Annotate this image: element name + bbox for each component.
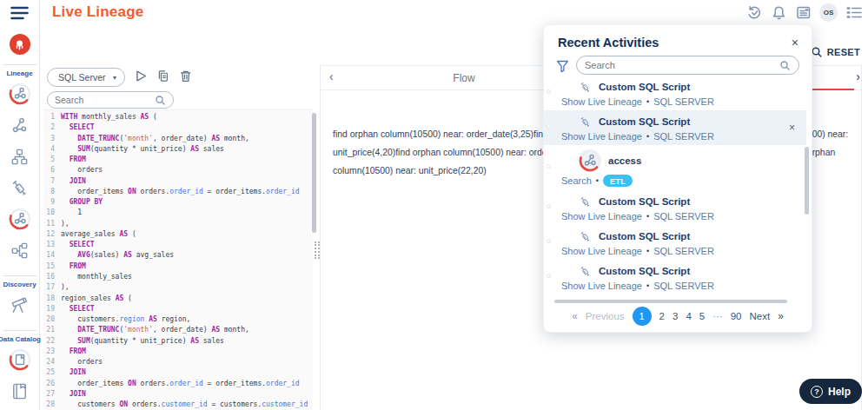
timeline-dot-icon	[547, 274, 551, 278]
activity-title: Custom SQL Script	[599, 82, 690, 92]
activity-subtitle-part: SQL SERVER	[653, 281, 714, 291]
copy-script-icon	[156, 69, 170, 86]
etl-badge: ETL	[603, 175, 633, 187]
line-number: 27	[43, 389, 61, 400]
code-text: SELECT	[61, 122, 95, 133]
activity-item-header: Custom SQL Script	[579, 264, 794, 278]
line-number: 2	[43, 122, 61, 133]
activity-subtitle-part: SQL SERVER	[653, 96, 714, 107]
sql-script-icon[interactable]	[9, 176, 31, 199]
user-avatar[interactable]: OS	[819, 3, 838, 22]
line-number: 5	[43, 155, 61, 165]
pagination-page-3[interactable]: 3	[673, 311, 678, 321]
activity-subtitle-part: Show Live Lineage	[561, 246, 642, 256]
activity-item[interactable]: Custom SQL ScriptShow Live Lineage•SQL S…	[544, 76, 806, 110]
activity-title: access	[608, 155, 641, 166]
impact-analysis-icon[interactable]	[9, 208, 31, 230]
page-title: Live Lineage	[52, 3, 143, 21]
code-text: AVG(sales) AS avg_sales	[61, 250, 174, 261]
activity-log-icon[interactable]	[845, 4, 863, 21]
release-notes-icon[interactable]	[795, 4, 812, 21]
activity-item[interactable]: Custom SQL ScriptShow Live Lineage•SQL S…	[544, 110, 806, 145]
code-text: monthly_sales	[61, 272, 132, 282]
separator-dot-icon: •	[646, 132, 649, 141]
delete-icon	[178, 69, 193, 86]
line-number: 22	[43, 336, 61, 347]
pagination-next-arrow-icon[interactable]: »	[778, 310, 784, 322]
pagination-previous-button[interactable]: Previous	[586, 311, 625, 321]
line-number: 26	[43, 379, 61, 389]
activity-item-header: Custom SQL Script	[579, 229, 794, 243]
line-number: 24	[43, 357, 61, 367]
delete-button[interactable]	[178, 69, 193, 86]
pagination-next-button[interactable]: Next	[750, 311, 771, 321]
code-line: 10 1	[43, 208, 313, 218]
pagination-page-5[interactable]: 5	[699, 311, 705, 321]
pagination-page-1[interactable]: 1	[633, 307, 652, 326]
code-text: order_items ON orders.order_id = order_i…	[61, 379, 300, 389]
activity-item-header: Custom SQL Script	[579, 195, 794, 208]
activity-subtitle-part: SQL SERVER	[653, 131, 714, 142]
run-button[interactable]	[133, 69, 148, 86]
popup-search-input[interactable]	[585, 60, 779, 70]
lineage-explorer-icon[interactable]	[9, 83, 31, 105]
code-line: 11),	[43, 219, 313, 229]
hierarchy-icon[interactable]	[9, 145, 31, 168]
activity-item[interactable]: Custom SQL ScriptShow Live Lineage•SQL S…	[544, 190, 806, 225]
pagination-page-90[interactable]: 90	[731, 311, 742, 321]
pagination-ellipsis[interactable]: ···	[712, 311, 723, 321]
code-line: 21 DATE_TRUNC('month', order_date) AS mo…	[43, 325, 313, 335]
glossary-icon[interactable]	[9, 380, 31, 402]
popup-scrollbar-horizontal[interactable]	[554, 300, 787, 303]
code-line: 22 SUM(quantity * unit_price) AS sales	[43, 336, 313, 347]
relations-icon[interactable]	[9, 239, 31, 261]
code-line: 28 customers ON orders.customer_id = cus…	[43, 400, 313, 410]
activity-close-icon[interactable]: ×	[789, 122, 795, 134]
editor-toolbar: SQL Server ▾	[47, 68, 193, 87]
tab-scroll-right-icon[interactable]: ›	[856, 69, 860, 83]
reset-label: RESET	[827, 47, 860, 57]
notifications-icon[interactable]	[771, 4, 787, 21]
activity-subtitle-part: Show Live Lineage	[561, 96, 642, 107]
discovery-telescope-icon[interactable]	[9, 294, 31, 316]
activity-item[interactable]: Custom SQL ScriptShow Live Lineage•SQL S…	[544, 260, 806, 294]
close-icon[interactable]: ×	[792, 36, 798, 49]
activity-list: Custom SQL ScriptShow Live Lineage•SQL S…	[544, 76, 806, 294]
help-button[interactable]: ? Help	[799, 379, 862, 404]
pagination-prev-arrow-icon[interactable]: «	[572, 310, 578, 322]
history-check-icon[interactable]	[746, 4, 763, 21]
pagination-page-2[interactable]: 2	[659, 311, 665, 321]
code-line: 2 SELECT	[43, 122, 313, 133]
question-mark-icon: ?	[811, 386, 823, 398]
line-number: 28	[43, 400, 61, 410]
popup-scrollbar-vertical[interactable]	[805, 147, 809, 215]
data-catalog-icon[interactable]	[9, 348, 31, 371]
activity-item[interactable]: Custom SQL ScriptShow Live Lineage•SQL S…	[544, 225, 806, 260]
line-number: 18	[43, 294, 61, 304]
sidebar-section-label: Discovery	[3, 281, 36, 288]
share-lineage-icon[interactable]	[9, 114, 31, 136]
line-number: 12	[43, 229, 61, 240]
search-icon	[779, 59, 791, 71]
code-text: FROM	[61, 155, 86, 165]
editor-search-input[interactable]	[55, 95, 154, 105]
help-label: Help	[828, 386, 851, 398]
copy-script-button[interactable]	[156, 69, 170, 86]
filter-funnel-icon[interactable]	[555, 58, 569, 73]
reset-button[interactable]: RESET	[810, 45, 860, 58]
menu-icon[interactable]	[10, 6, 29, 23]
code-text: JOIN	[61, 367, 86, 378]
line-number: 25	[43, 367, 61, 378]
engine-select[interactable]: SQL Server ▾	[47, 68, 125, 87]
pagination: «Previous12345···90Next»	[544, 307, 812, 326]
sql-code-editor[interactable]: 1WITH monthly_sales AS (2 SELECT3 DATE_T…	[43, 109, 313, 410]
pagination-page-4[interactable]: 4	[686, 311, 691, 321]
code-line: 6 orders	[43, 165, 313, 175]
back-icon[interactable]: ‹	[329, 69, 334, 83]
code-text: DATE_TRUNC('month', order_date) AS month…	[61, 134, 249, 144]
activity-item[interactable]: accessSearch•ETL	[544, 145, 806, 190]
activity-title: Custom SQL Script	[599, 266, 690, 276]
code-line: 15 FROM	[43, 261, 313, 272]
code-text: SELECT	[61, 240, 95, 250]
code-text: SUM(quantity * unit_price) AS sales	[61, 336, 224, 347]
